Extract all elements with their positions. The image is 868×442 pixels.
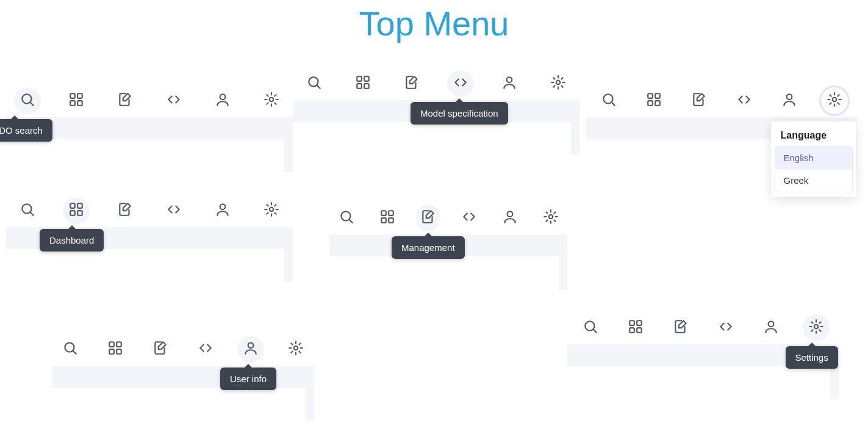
search-icon [20,201,35,220]
management-button[interactable] [112,197,138,224]
search-button[interactable] [14,197,41,224]
dashboard-button[interactable] [350,70,376,97]
management-button[interactable] [112,87,138,114]
tooltip: Management [392,236,465,259]
file-edit-icon [117,201,133,220]
user-info-button[interactable] [209,87,236,114]
page-title: Top Menu [0,0,868,43]
file-edit-icon [117,92,133,110]
search-button[interactable]: SFDO search [14,87,41,114]
model-spec-button[interactable] [160,87,187,114]
search-icon [583,319,598,337]
search-icon [339,209,354,227]
dropdown-header: Language [771,130,856,146]
language-dropdown: Language English Greek [771,121,856,197]
search-icon [601,92,617,110]
user-icon [501,74,517,93]
example-panel-user-info: User info [52,333,314,394]
dashboard-button[interactable] [102,336,129,363]
code-icon [461,209,477,227]
gear-icon [808,319,824,337]
user-info-button[interactable] [498,205,522,231]
example-panel-management: Management [329,201,567,263]
tooltip: Model specification [411,102,508,125]
toolbar: Model specification [293,67,579,100]
user-icon [502,209,518,227]
file-edit-icon [673,319,689,337]
model-spec-button[interactable] [160,197,187,224]
toolbar: SFDO search [6,84,293,117]
grid-icon [107,340,123,358]
model-spec-button[interactable] [192,336,219,363]
code-icon [198,340,213,358]
tooltip: SFDO search [0,119,52,142]
search-button[interactable] [577,314,604,341]
toolbar: Language English Greek [586,84,857,117]
example-panel-dashboard: Dashboard [6,194,293,255]
code-icon [166,92,182,110]
management-button[interactable] [686,87,712,114]
settings-button[interactable] [539,205,562,231]
gear-icon [264,92,279,110]
search-icon [306,74,322,93]
dashboard-button[interactable]: Dashboard [63,197,90,224]
model-spec-button[interactable] [731,87,758,114]
settings-button[interactable] [258,197,285,224]
user-icon [215,92,231,110]
management-button[interactable] [398,70,425,97]
model-spec-button[interactable]: Model specification [447,70,474,97]
user-info-button[interactable] [758,314,784,341]
grid-icon [68,92,84,110]
settings-button[interactable]: Language English Greek [821,87,848,114]
file-edit-icon [404,74,420,93]
file-edit-icon [691,92,707,110]
grid-icon [355,74,371,93]
language-option-english[interactable]: English [775,147,852,169]
example-panel-settings-open: Language English Greek [586,84,857,145]
gear-icon [288,340,304,358]
grid-icon [379,209,395,227]
search-button[interactable] [334,205,358,231]
settings-button[interactable] [545,70,572,97]
user-icon [215,201,231,220]
grid-icon [628,319,644,337]
dashboard-button[interactable] [63,87,90,114]
language-option-greek[interactable]: Greek [775,169,852,192]
dashboard-button[interactable] [640,87,667,114]
user-icon [763,319,779,337]
user-info-button[interactable] [209,197,236,224]
settings-button[interactable] [282,336,309,363]
code-icon [736,92,752,110]
settings-button[interactable]: Settings [803,314,830,341]
file-edit-icon [420,209,436,227]
user-info-button[interactable] [776,87,803,114]
settings-button[interactable] [258,87,285,114]
code-icon [718,319,734,337]
file-edit-icon [152,340,168,358]
search-button[interactable] [57,336,84,363]
dashboard-button[interactable] [622,314,649,341]
model-spec-button[interactable] [457,205,481,231]
gear-icon [543,209,559,227]
user-info-button[interactable] [496,70,523,97]
user-info-button[interactable]: User info [237,336,264,363]
toolbar: Settings [567,311,839,344]
search-button[interactable] [301,70,328,97]
grid-icon [646,92,662,110]
model-spec-button[interactable] [712,314,739,341]
gear-icon [264,201,279,220]
example-panel-model-spec: Model specification [293,67,579,128]
search-button[interactable] [595,87,622,114]
management-button[interactable] [147,336,174,363]
code-icon [453,74,468,93]
user-icon [243,340,259,358]
dashboard-button[interactable] [375,205,399,231]
gear-icon [827,92,842,110]
tooltip: User info [220,368,276,390]
search-icon [62,340,78,358]
management-button[interactable] [667,314,694,341]
management-button[interactable]: Management [416,205,440,231]
toolbar: Dashboard [6,194,293,227]
example-panel-search: SFDO search [6,84,293,145]
toolbar: User info [52,333,314,366]
